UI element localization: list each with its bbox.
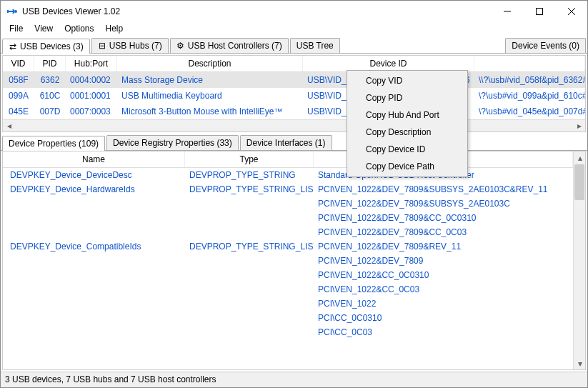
- cell-prop-type: [185, 212, 314, 224]
- vertical-scrollbar[interactable]: ▴ ▾: [573, 151, 585, 369]
- cell-prop-value: PCI\VEN_1022&DEV_7809&CC_0C0310: [314, 212, 573, 224]
- scroll-right-icon[interactable]: ▸: [573, 120, 585, 132]
- cell-prop-name: [3, 212, 185, 224]
- table-row[interactable]: PCI\VEN_1022&DEV_7809: [3, 254, 573, 268]
- col-vid[interactable]: VID: [3, 56, 34, 71]
- cell-prop-type: DEVPROP_TYPE_STRING_LIST: [185, 183, 314, 196]
- menu-help[interactable]: Help: [100, 22, 129, 36]
- cell-hub: 0007:0003: [66, 105, 117, 118]
- col-description[interactable]: Description: [117, 56, 303, 71]
- main-tab-bar: ⇄USB Devices (3) ⊟USB Hubs (7) ⚙USB Host…: [1, 36, 587, 54]
- tab-usb-devices[interactable]: ⇄USB Devices (3): [2, 39, 90, 54]
- tab-device-interfaces[interactable]: Device Interfaces (1): [240, 135, 332, 150]
- ctx-copy-device-id[interactable]: Copy Device ID: [349, 141, 466, 158]
- cell-prop-name: [3, 297, 185, 310]
- title-bar: USB Devices Viewer 1.02: [1, 1, 587, 22]
- cell-prop-name: [3, 197, 185, 210]
- cell-device-path: \\?\usb#vid_058f&pid_6362#05: [474, 74, 585, 86]
- status-bar: 3 USB devices, 7 USB hubs and 7 USB host…: [1, 372, 587, 387]
- close-button[interactable]: [555, 1, 587, 22]
- cell-prop-type: DEVPROP_TYPE_STRING_LIST: [185, 240, 314, 253]
- maximize-button[interactable]: [523, 1, 555, 22]
- ctx-copy-description[interactable]: Copy Description: [349, 124, 466, 141]
- cell-prop-value: PCI\VEN_1022&DEV_7809&REV_11: [314, 240, 573, 253]
- scroll-left-icon[interactable]: ◂: [3, 120, 15, 132]
- cell-prop-value: PCI\VEN_1022&DEV_7809&SUBSYS_2AE0103C: [314, 197, 573, 210]
- cell-hub: 0001:0001: [66, 89, 117, 102]
- cell-vid: 099A: [3, 89, 34, 102]
- cell-description: Mass Storage Device: [117, 74, 303, 86]
- table-row[interactable]: DEVPKEY_Device_DeviceDescDEVPROP_TYPE_ST…: [3, 168, 573, 182]
- cell-prop-type: [185, 254, 314, 267]
- properties-table-header: Name Type: [3, 151, 573, 168]
- cell-prop-value: PCI\CC_0C0310: [314, 312, 573, 324]
- cell-prop-value: PCI\VEN_1022&DEV_7809&SUBSYS_2AE0103C&RE…: [314, 183, 573, 196]
- table-row[interactable]: PCI\CC_0C03: [3, 325, 573, 339]
- ctx-copy-pid[interactable]: Copy PID: [349, 89, 466, 106]
- cell-description: USB Multimedia Keyboard: [117, 89, 303, 102]
- col-device-path[interactable]: [474, 56, 585, 71]
- ctx-copy-device-path[interactable]: Copy Device Path: [349, 158, 466, 175]
- hub-icon: ⊟: [98, 41, 106, 50]
- table-row[interactable]: DEVPKEY_Device_CompatibleIdsDEVPROP_TYPE…: [3, 239, 573, 254]
- col-name[interactable]: Name: [3, 151, 185, 167]
- minimize-button[interactable]: [491, 1, 523, 22]
- table-row[interactable]: PCI\VEN_1022&CC_0C0310: [3, 268, 573, 282]
- cell-prop-name: [3, 312, 185, 324]
- table-row[interactable]: 099A610C0001:0001USB Multimedia Keyboard…: [3, 88, 585, 104]
- ctx-copy-hub-port[interactable]: Copy Hub And Port: [349, 106, 466, 124]
- table-row[interactable]: PCI\VEN_1022&CC_0C03: [3, 282, 573, 297]
- col-hub[interactable]: Hub:Port: [66, 56, 117, 71]
- cell-pid: 6362: [34, 74, 66, 86]
- scroll-down-icon[interactable]: ▾: [574, 357, 586, 369]
- scroll-up-icon[interactable]: ▴: [574, 151, 586, 164]
- device-table-header: VID PID Hub:Port Description Device ID: [3, 56, 585, 72]
- table-row[interactable]: 045E007D0007:0003Microsoft 3-Button Mous…: [3, 104, 585, 119]
- tab-device-properties[interactable]: Device Properties (109): [2, 136, 105, 151]
- cell-vid: 058F: [3, 74, 34, 86]
- device-table: VID PID Hub:Port Description Device ID 0…: [2, 55, 586, 132]
- tab-registry-properties[interactable]: Device Registry Properties (33): [106, 135, 239, 150]
- table-row[interactable]: PCI\VEN_1022: [3, 297, 573, 311]
- cell-prop-value: PCI\VEN_1022: [314, 297, 573, 310]
- usb-icon: ⇄: [9, 42, 17, 51]
- cell-pid: 007D: [34, 105, 66, 118]
- cell-prop-type: [185, 269, 314, 282]
- col-device-id[interactable]: Device ID: [303, 56, 474, 71]
- menu-bar: File View Options Help: [1, 22, 587, 36]
- svg-rect-2: [536, 9, 542, 15]
- app-icon: [6, 6, 18, 17]
- gear-icon: ⚙: [176, 41, 185, 50]
- scroll-thumb[interactable]: [574, 164, 584, 200]
- cell-pid: 610C: [34, 89, 66, 102]
- cell-prop-name: [3, 269, 185, 282]
- tab-device-events[interactable]: Device Events (0): [505, 38, 586, 53]
- properties-table: Name Type DEVPKEY_Device_DeviceDescDEVPR…: [2, 151, 586, 370]
- menu-view[interactable]: View: [29, 22, 59, 36]
- cell-prop-type: [185, 312, 314, 324]
- cell-prop-value: PCI\VEN_1022&DEV_7809&CC_0C03: [314, 226, 573, 239]
- cell-prop-type: DEVPROP_TYPE_STRING: [185, 169, 314, 181]
- menu-file[interactable]: File: [4, 22, 29, 36]
- cell-prop-type: [185, 226, 314, 239]
- table-row[interactable]: PCI\VEN_1022&DEV_7809&CC_0C0310: [3, 211, 573, 225]
- cell-vid: 045E: [3, 105, 34, 118]
- tab-host-controllers[interactable]: ⚙USB Host Controllers (7): [170, 38, 289, 53]
- ctx-copy-vid[interactable]: Copy VID: [349, 72, 466, 89]
- tab-usb-tree[interactable]: USB Tree: [290, 38, 340, 53]
- window-title: USB Devices Viewer 1.02: [22, 6, 491, 16]
- cell-prop-value: PCI\VEN_1022&DEV_7809: [314, 254, 573, 267]
- table-row[interactable]: PCI\CC_0C0310: [3, 311, 573, 325]
- tab-usb-hubs[interactable]: ⊟USB Hubs (7): [91, 38, 169, 53]
- horizontal-scrollbar[interactable]: ◂ ▸: [3, 119, 585, 131]
- table-row[interactable]: 058F63620004:0002Mass Storage DeviceUSB\…: [3, 72, 585, 88]
- menu-options[interactable]: Options: [59, 22, 99, 36]
- cell-prop-type: [185, 297, 314, 310]
- table-row[interactable]: PCI\VEN_1022&DEV_7809&CC_0C03: [3, 225, 573, 239]
- col-pid[interactable]: PID: [34, 56, 66, 71]
- table-row[interactable]: PCI\VEN_1022&DEV_7809&SUBSYS_2AE0103C: [3, 197, 573, 211]
- svg-point-0: [14, 10, 17, 13]
- col-type[interactable]: Type: [185, 151, 314, 167]
- table-row[interactable]: DEVPKEY_Device_HardwareIdsDEVPROP_TYPE_S…: [3, 182, 573, 197]
- cell-description: Microsoft 3-Button Mouse with IntelliEye…: [117, 105, 303, 118]
